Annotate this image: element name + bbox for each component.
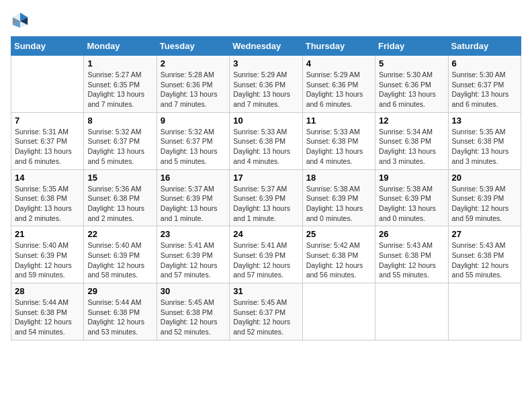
day-info: Sunrise: 5:43 AMSunset: 6:38 PMDaylight:…	[379, 240, 444, 280]
calendar-cell: 6Sunrise: 5:30 AMSunset: 6:37 PMDaylight…	[448, 56, 521, 113]
day-number: 27	[452, 229, 517, 239]
header	[11, 11, 521, 30]
header-wednesday: Wednesday	[230, 37, 302, 56]
day-info: Sunrise: 5:35 AMSunset: 6:38 PMDaylight:…	[15, 184, 80, 224]
day-info: Sunrise: 5:43 AMSunset: 6:38 PMDaylight:…	[452, 240, 517, 280]
calendar-cell: 24Sunrise: 5:41 AMSunset: 6:39 PMDayligh…	[230, 226, 302, 283]
calendar-cell: 26Sunrise: 5:43 AMSunset: 6:38 PMDayligh…	[375, 226, 448, 283]
day-info: Sunrise: 5:32 AMSunset: 6:37 PMDaylight:…	[87, 127, 152, 167]
day-info: Sunrise: 5:40 AMSunset: 6:39 PMDaylight:…	[87, 240, 152, 280]
day-number: 1	[87, 58, 152, 68]
day-info: Sunrise: 5:44 AMSunset: 6:38 PMDaylight:…	[15, 298, 80, 337]
calendar-cell: 10Sunrise: 5:33 AMSunset: 6:38 PMDayligh…	[230, 112, 302, 169]
calendar-cell: 15Sunrise: 5:36 AMSunset: 6:38 PMDayligh…	[84, 169, 157, 226]
day-number: 3	[233, 58, 298, 68]
day-number: 22	[87, 229, 152, 239]
week-row-5: 28Sunrise: 5:44 AMSunset: 6:38 PMDayligh…	[11, 283, 521, 340]
calendar-cell: 12Sunrise: 5:34 AMSunset: 6:38 PMDayligh…	[375, 112, 448, 169]
week-row-2: 7Sunrise: 5:31 AMSunset: 6:37 PMDaylight…	[11, 112, 521, 169]
day-info: Sunrise: 5:37 AMSunset: 6:39 PMDaylight:…	[233, 184, 298, 224]
calendar-cell: 18Sunrise: 5:38 AMSunset: 6:39 PMDayligh…	[302, 169, 375, 226]
calendar-cell: 3Sunrise: 5:29 AMSunset: 6:36 PMDaylight…	[230, 56, 302, 113]
day-number: 29	[87, 286, 152, 296]
day-info: Sunrise: 5:45 AMSunset: 6:37 PMDaylight:…	[233, 298, 298, 337]
header-thursday: Thursday	[302, 37, 375, 56]
day-info: Sunrise: 5:37 AMSunset: 6:39 PMDaylight:…	[161, 184, 226, 224]
calendar-cell: 25Sunrise: 5:42 AMSunset: 6:38 PMDayligh…	[302, 226, 375, 283]
day-info: Sunrise: 5:42 AMSunset: 6:38 PMDaylight:…	[306, 240, 371, 280]
calendar-cell: 28Sunrise: 5:44 AMSunset: 6:38 PMDayligh…	[11, 283, 84, 340]
day-info: Sunrise: 5:41 AMSunset: 6:39 PMDaylight:…	[161, 240, 226, 280]
calendar-cell	[375, 283, 448, 340]
day-number: 12	[379, 116, 444, 126]
day-number: 2	[161, 58, 226, 68]
day-number: 17	[233, 173, 298, 183]
day-number: 4	[306, 58, 371, 68]
day-number: 25	[306, 229, 371, 239]
calendar-cell: 23Sunrise: 5:41 AMSunset: 6:39 PMDayligh…	[157, 226, 229, 283]
week-row-3: 14Sunrise: 5:35 AMSunset: 6:38 PMDayligh…	[11, 169, 521, 226]
day-info: Sunrise: 5:45 AMSunset: 6:38 PMDaylight:…	[161, 298, 226, 337]
day-number: 24	[233, 229, 298, 239]
header-monday: Monday	[84, 37, 157, 56]
calendar-cell: 31Sunrise: 5:45 AMSunset: 6:37 PMDayligh…	[230, 283, 302, 340]
day-number: 8	[87, 116, 152, 126]
header-tuesday: Tuesday	[157, 37, 229, 56]
day-number: 18	[306, 173, 371, 183]
calendar-cell: 21Sunrise: 5:40 AMSunset: 6:39 PMDayligh…	[11, 226, 84, 283]
day-number: 21	[15, 229, 80, 239]
day-number: 26	[379, 229, 444, 239]
calendar-cell: 11Sunrise: 5:33 AMSunset: 6:38 PMDayligh…	[302, 112, 375, 169]
day-info: Sunrise: 5:29 AMSunset: 6:36 PMDaylight:…	[233, 70, 298, 109]
calendar-cell: 4Sunrise: 5:29 AMSunset: 6:36 PMDaylight…	[302, 56, 375, 113]
day-info: Sunrise: 5:30 AMSunset: 6:36 PMDaylight:…	[379, 70, 444, 109]
day-info: Sunrise: 5:30 AMSunset: 6:37 PMDaylight:…	[452, 70, 517, 109]
day-info: Sunrise: 5:36 AMSunset: 6:38 PMDaylight:…	[87, 184, 152, 224]
calendar-cell: 5Sunrise: 5:30 AMSunset: 6:36 PMDaylight…	[375, 56, 448, 113]
day-number: 5	[379, 58, 444, 68]
day-info: Sunrise: 5:33 AMSunset: 6:38 PMDaylight:…	[233, 127, 298, 167]
calendar-cell: 17Sunrise: 5:37 AMSunset: 6:39 PMDayligh…	[230, 169, 302, 226]
day-info: Sunrise: 5:34 AMSunset: 6:38 PMDaylight:…	[379, 127, 444, 167]
day-info: Sunrise: 5:31 AMSunset: 6:37 PMDaylight:…	[15, 127, 80, 167]
day-number: 15	[87, 173, 152, 183]
header-saturday: Saturday	[448, 37, 521, 56]
calendar-table: SundayMondayTuesdayWednesdayThursdayFrid…	[11, 36, 521, 340]
day-number: 31	[233, 286, 298, 296]
day-number: 13	[452, 116, 517, 126]
day-info: Sunrise: 5:39 AMSunset: 6:39 PMDaylight:…	[452, 184, 517, 224]
day-number: 30	[161, 286, 226, 296]
calendar-cell	[448, 283, 521, 340]
calendar-header-row: SundayMondayTuesdayWednesdayThursdayFrid…	[11, 37, 521, 56]
calendar-cell: 30Sunrise: 5:45 AMSunset: 6:38 PMDayligh…	[157, 283, 229, 340]
day-number: 7	[15, 116, 80, 126]
calendar-cell: 20Sunrise: 5:39 AMSunset: 6:39 PMDayligh…	[448, 169, 521, 226]
day-info: Sunrise: 5:27 AMSunset: 6:35 PMDaylight:…	[87, 70, 152, 109]
calendar-cell: 16Sunrise: 5:37 AMSunset: 6:39 PMDayligh…	[157, 169, 229, 226]
calendar-cell: 19Sunrise: 5:38 AMSunset: 6:39 PMDayligh…	[375, 169, 448, 226]
day-info: Sunrise: 5:38 AMSunset: 6:39 PMDaylight:…	[306, 184, 371, 224]
day-info: Sunrise: 5:29 AMSunset: 6:36 PMDaylight:…	[306, 70, 371, 109]
day-info: Sunrise: 5:32 AMSunset: 6:37 PMDaylight:…	[161, 127, 226, 167]
week-row-4: 21Sunrise: 5:40 AMSunset: 6:39 PMDayligh…	[11, 226, 521, 283]
week-row-1: 1Sunrise: 5:27 AMSunset: 6:35 PMDaylight…	[11, 56, 521, 113]
header-sunday: Sunday	[11, 37, 84, 56]
day-number: 28	[15, 286, 80, 296]
calendar-cell: 29Sunrise: 5:44 AMSunset: 6:38 PMDayligh…	[84, 283, 157, 340]
calendar-cell: 27Sunrise: 5:43 AMSunset: 6:38 PMDayligh…	[448, 226, 521, 283]
day-number: 6	[452, 58, 517, 68]
calendar-cell	[302, 283, 375, 340]
logo	[11, 11, 32, 30]
day-number: 20	[452, 173, 517, 183]
calendar-cell: 9Sunrise: 5:32 AMSunset: 6:37 PMDaylight…	[157, 112, 229, 169]
header-friday: Friday	[375, 37, 448, 56]
calendar-cell: 7Sunrise: 5:31 AMSunset: 6:37 PMDaylight…	[11, 112, 84, 169]
calendar-cell: 14Sunrise: 5:35 AMSunset: 6:38 PMDayligh…	[11, 169, 84, 226]
calendar-cell: 22Sunrise: 5:40 AMSunset: 6:39 PMDayligh…	[84, 226, 157, 283]
day-info: Sunrise: 5:35 AMSunset: 6:38 PMDaylight:…	[452, 127, 517, 167]
day-number: 14	[15, 173, 80, 183]
day-info: Sunrise: 5:33 AMSunset: 6:38 PMDaylight:…	[306, 127, 371, 167]
day-info: Sunrise: 5:40 AMSunset: 6:39 PMDaylight:…	[15, 240, 80, 280]
calendar-cell	[11, 56, 84, 113]
logo-icon	[11, 11, 30, 30]
